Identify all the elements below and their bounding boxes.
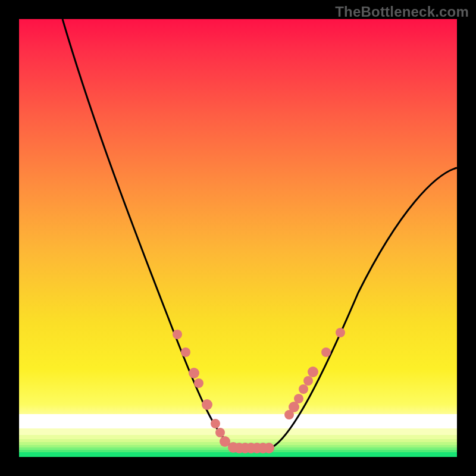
marker-dot <box>181 347 190 357</box>
marker-dot <box>189 368 199 378</box>
marker-dot <box>294 394 303 403</box>
marker-dot <box>211 419 220 428</box>
marker-dot <box>264 443 274 453</box>
marker-dot <box>215 428 225 437</box>
marker-dot <box>303 376 313 386</box>
marker-dot <box>299 384 308 394</box>
marker-dot <box>308 367 318 377</box>
marker-dot <box>194 378 203 388</box>
marker-dot <box>173 330 182 339</box>
watermark-text: TheBottleneck.com <box>335 4 469 20</box>
chart-frame: TheBottleneck.com <box>0 0 476 476</box>
marker-dot <box>321 347 331 357</box>
marker-dot <box>202 399 212 410</box>
bottleneck-curve <box>62 19 457 447</box>
marker-dot <box>336 328 345 337</box>
curve-layer <box>19 19 457 457</box>
